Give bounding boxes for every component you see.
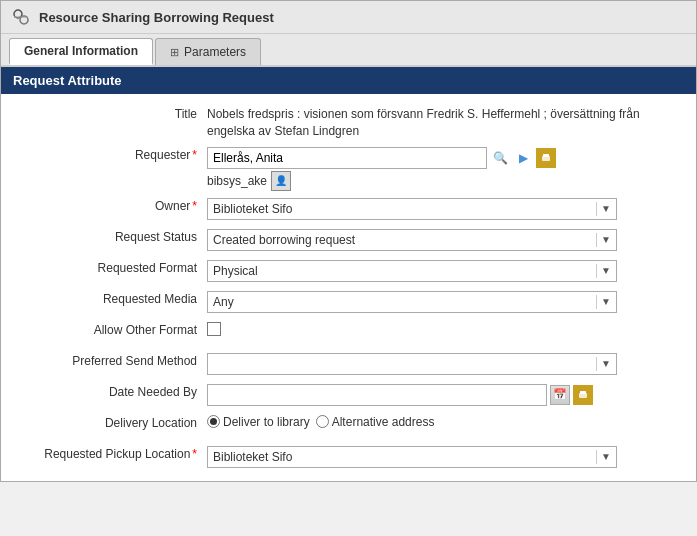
request-status-text: Created borrowing request: [213, 233, 596, 247]
tab-general-label: General Information: [24, 44, 138, 58]
tab-general-information[interactable]: General Information: [9, 38, 153, 65]
allow-other-format-checkbox[interactable]: [207, 322, 221, 336]
requester-eraser-button[interactable]: [536, 148, 556, 168]
requested-format-row: Requested Format Physical ▼: [17, 256, 680, 284]
request-status-select[interactable]: Created borrowing request ▼: [207, 229, 617, 251]
requester-row: Requester* 🔍 ▶ bibsys_ake 👤: [17, 143, 680, 191]
date-eraser-button[interactable]: [573, 385, 593, 405]
preferred-send-method-arrow: ▼: [596, 357, 611, 371]
requested-format-text: Physical: [213, 264, 596, 278]
requested-pickup-location-text: Biblioteket Sifo: [213, 450, 596, 464]
delivery-library-option[interactable]: Deliver to library: [207, 415, 310, 429]
grid-icon: ⊞: [170, 46, 179, 59]
calendar-icon[interactable]: 📅: [550, 385, 570, 405]
eraser-icon: [540, 152, 552, 164]
date-needed-by-row: Date Needed By 📅: [17, 380, 680, 408]
requester-search-icon[interactable]: 🔍: [490, 148, 510, 168]
owner-value: Biblioteket Sifo ▼: [207, 194, 680, 220]
delivery-location-options: Deliver to library Alternative address: [207, 415, 680, 429]
delivery-location-label: Delivery Location: [17, 411, 207, 430]
allow-other-format-value: [207, 318, 680, 339]
preferred-send-method-label: Preferred Send Method: [17, 349, 207, 368]
requested-format-arrow: ▼: [596, 264, 611, 278]
delivery-location-value: Deliver to library Alternative address: [207, 411, 680, 429]
section-header: Request Attribute: [1, 67, 696, 94]
title-row: Title Nobels fredspris : visionen som fö…: [17, 102, 680, 140]
requester-label: Requester*: [17, 143, 207, 162]
delivery-alternative-option[interactable]: Alternative address: [316, 415, 435, 429]
requested-format-label: Requested Format: [17, 256, 207, 275]
owner-select[interactable]: Biblioteket Sifo ▼: [207, 198, 617, 220]
delivery-alternative-label: Alternative address: [332, 415, 435, 429]
requester-value: 🔍 ▶ bibsys_ake 👤: [207, 143, 680, 191]
requester-arrow-icon[interactable]: ▶: [513, 148, 533, 168]
title-text: Nobels fredspris : visionen som försvann…: [207, 107, 640, 138]
date-needed-by-label: Date Needed By: [17, 380, 207, 399]
window-title: Resource Sharing Borrowing Request: [39, 10, 274, 25]
allow-other-format-label: Allow Other Format: [17, 318, 207, 337]
requested-media-value: Any ▼: [207, 287, 680, 313]
requested-pickup-location-row: Requested Pickup Location* Biblioteket S…: [17, 442, 680, 470]
tab-parameters-label: Parameters: [184, 45, 246, 59]
owner-dropdown-arrow: ▼: [596, 202, 611, 216]
svg-rect-4: [543, 154, 549, 157]
request-status-label: Request Status: [17, 225, 207, 244]
requested-media-text: Any: [213, 295, 596, 309]
window-icon: [11, 7, 31, 27]
requester-username: bibsys_ake: [207, 174, 267, 188]
request-status-arrow: ▼: [596, 233, 611, 247]
requested-media-select[interactable]: Any ▼: [207, 291, 617, 313]
request-status-value: Created borrowing request ▼: [207, 225, 680, 251]
user-icon[interactable]: 👤: [271, 171, 291, 191]
main-window: Resource Sharing Borrowing Request Gener…: [0, 0, 697, 482]
requested-pickup-location-select[interactable]: Biblioteket Sifo ▼: [207, 446, 617, 468]
title-bar: Resource Sharing Borrowing Request: [1, 1, 696, 34]
requested-pickup-location-label: Requested Pickup Location*: [17, 442, 207, 461]
requested-media-row: Requested Media Any ▼: [17, 287, 680, 315]
delivery-alternative-radio[interactable]: [316, 415, 329, 428]
requested-format-value: Physical ▼: [207, 256, 680, 282]
delivery-library-label: Deliver to library: [223, 415, 310, 429]
title-label: Title: [17, 102, 207, 121]
requested-media-arrow: ▼: [596, 295, 611, 309]
owner-select-text: Biblioteket Sifo: [213, 202, 596, 216]
owner-label: Owner*: [17, 194, 207, 213]
svg-rect-6: [580, 391, 586, 394]
date-needed-by-value: 📅: [207, 380, 680, 406]
requester-input-group: 🔍 ▶: [207, 147, 680, 169]
requester-input[interactable]: [207, 147, 487, 169]
preferred-send-method-value: ▼: [207, 349, 680, 375]
requester-subrow: bibsys_ake 👤: [207, 169, 680, 191]
delivery-library-radio[interactable]: [207, 415, 220, 428]
title-value: Nobels fredspris : visionen som försvann…: [207, 102, 680, 140]
date-eraser-icon: [577, 389, 589, 401]
requested-media-label: Requested Media: [17, 287, 207, 306]
requested-pickup-location-arrow: ▼: [596, 450, 611, 464]
preferred-send-method-select[interactable]: ▼: [207, 353, 617, 375]
allow-other-format-row: Allow Other Format: [17, 318, 680, 346]
owner-row: Owner* Biblioteket Sifo ▼: [17, 194, 680, 222]
preferred-send-method-row: Preferred Send Method ▼: [17, 349, 680, 377]
tab-parameters[interactable]: ⊞ Parameters: [155, 38, 261, 65]
requested-format-select[interactable]: Physical ▼: [207, 260, 617, 282]
date-needed-by-input[interactable]: [207, 384, 547, 406]
requested-pickup-location-value: Biblioteket Sifo ▼: [207, 442, 680, 468]
tabs-bar: General Information ⊞ Parameters: [1, 34, 696, 67]
request-status-row: Request Status Created borrowing request…: [17, 225, 680, 253]
delivery-location-row: Delivery Location Deliver to library Alt…: [17, 411, 680, 439]
form-area: Title Nobels fredspris : visionen som fö…: [1, 94, 696, 481]
